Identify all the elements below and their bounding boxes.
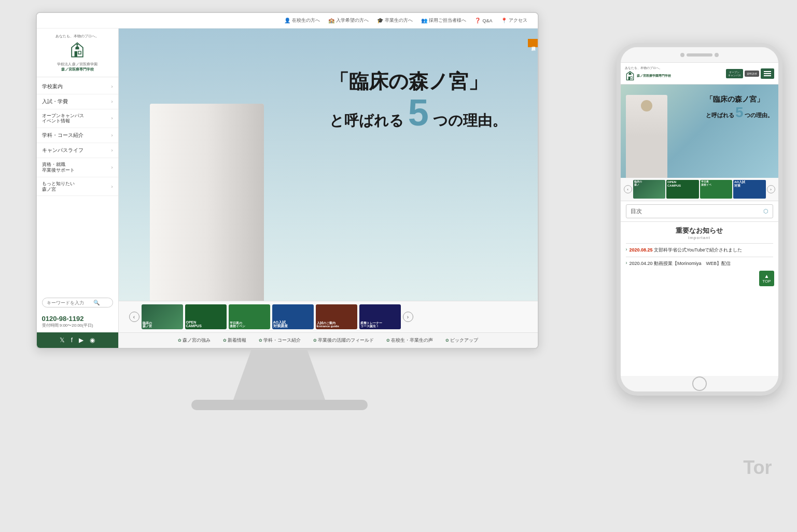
sidebar-item-campus-life[interactable]: キャンパスライフ › [37, 143, 118, 158]
top-arrow-icon: ▲ [762, 273, 771, 279]
mobile-important-section: 重要なお知らせ Important › 2020.08.25 文部科学省公式Yo… [621, 222, 778, 290]
thumb-item-guide[interactable]: 入試のご案内Entrance guide [316, 304, 357, 329]
hero-number: 5 [408, 92, 429, 133]
thumb-next-button[interactable]: › [403, 312, 413, 322]
tor-label: Tor [743, 457, 772, 479]
mobile-section-title: 重要なお知らせ Important [626, 226, 773, 240]
phone-camera-2 [715, 53, 719, 57]
bottom-nav-courses[interactable]: 学科・コース紹介 [259, 337, 301, 344]
mobile-hero-text: 「臨床の森ノ宮」 と呼ばれる 5 つの理由。 [706, 95, 773, 121]
youtube-icon[interactable]: ▶ [79, 337, 83, 344]
mobile-toc: 目次 ⬡ [621, 201, 778, 222]
site-content: 「臨床の森ノ宮」 と呼ばれる 5 つの理由。 資料請求 ‹ [119, 29, 538, 348]
mobile-resource-button[interactable]: 資料請求 [745, 71, 759, 77]
svg-point-1 [76, 44, 78, 46]
thumb-item-ao[interactable]: AO入試対策講座 [272, 304, 314, 329]
mobile-thumb-next[interactable]: › [767, 185, 775, 193]
news-arrow-icon-2: › [626, 260, 627, 265]
bottom-nav-strength[interactable]: 森ノ宮の強み [178, 337, 211, 344]
facebook-icon[interactable]: f [71, 337, 73, 344]
mobile-school-logo [625, 71, 635, 81]
mobile-top-button[interactable]: ▲ TOP [759, 271, 774, 286]
mobile-logo-area: あなたを、本物のプロへ。 森ノ宮医療学園専門学校 [625, 66, 671, 81]
mobile-hero-person [626, 95, 667, 178]
mobile-thumb-4[interactable]: AO入試対策 [733, 180, 766, 199]
mobile-site-header: あなたを、本物のプロへ。 森ノ宮医療学園専門学校 [621, 63, 778, 85]
mobile-open-campus-button[interactable]: オープンキャンパス [726, 69, 743, 78]
sidebar-menu: 学校案内 › 入試・学費 › オープンキャンパスイベント情報 › [37, 77, 118, 295]
thumb-item-evening[interactable]: 平日夜の楽校イベン [229, 304, 270, 329]
phone-bottom-bar [621, 376, 778, 391]
instagram-icon[interactable]: ◉ [90, 337, 95, 344]
sidebar-school-org: 学校法人 森ノ宮医療学園 [41, 62, 114, 67]
mobile-thumb-3[interactable]: 平日夜楽校イベ [700, 180, 733, 199]
mobile-thumb-1[interactable]: 臨床の森ノ [633, 180, 666, 199]
chevron-icon: › [111, 165, 113, 170]
mobile-thumb-prev[interactable]: ‹ [624, 185, 632, 193]
mobile-tagline: あなたを、本物のプロへ。 [625, 66, 671, 71]
mobile-hero-suffix: つの理由。 [745, 111, 773, 119]
main-area: あなたも、本物のプロへ。 [37, 29, 538, 348]
mobile-hero-title-row: と呼ばれる 5 つの理由。 [706, 104, 773, 121]
nav-item-prospective[interactable]: 🏫 入学希望の方へ [328, 17, 369, 24]
monitor-stand [233, 350, 326, 402]
bottom-nav-news[interactable]: 新着情報 [223, 337, 246, 344]
sidebar-item-more[interactable]: もっと知りたい森ノ宮 › [37, 177, 118, 197]
hero-title-line1: 「臨床の森ノ宮」 [329, 70, 507, 94]
mobile-logo-main: 森ノ宮医療学園専門学校 [625, 71, 671, 81]
search-input[interactable] [47, 300, 93, 305]
mobile-thumb-2[interactable]: OPENCAMPUS [666, 180, 699, 199]
phone-screen: あなたを、本物のプロへ。 森ノ宮医療学園専門学校 [621, 63, 778, 376]
site-bottom-nav: 森ノ宮の強み 新着情報 学科・コース紹介 卒業後の活躍のフィールド [119, 332, 538, 348]
bottom-nav-field[interactable]: 卒業後の活躍のフィールド [313, 337, 374, 344]
sidebar-item-career[interactable]: 資格・就職卒業後サポート › [37, 158, 118, 177]
chevron-icon: › [111, 84, 113, 89]
twitter-icon[interactable]: 𝕏 [60, 337, 65, 344]
recruiters-icon: 👥 [421, 18, 427, 23]
phone-camera [680, 53, 684, 57]
thumbnails-row: ‹ 臨床の森ノ宮 OPENCAMPUS 平日夜の楽校イベン A [119, 301, 538, 332]
mobile-news-text-1: 2020.08.25 文部科学省公式YouTubeで紹介されました [630, 247, 773, 254]
scene: 👤 在校生の方へ 🏫 入学希望の方へ 🎓 卒業生の方へ 👥 採用ご担当者様へ [15, 12, 782, 520]
chevron-icon: › [111, 116, 113, 121]
access-icon: 📍 [501, 18, 507, 23]
monitor-screen: 👤 在校生の方へ 🏫 入学希望の方へ 🎓 卒業生の方へ 👥 採用ご担当者様へ [36, 12, 539, 349]
news-date-highlight: 2020.08.25 [630, 247, 653, 253]
sidebar: あなたも、本物のプロへ。 [37, 29, 119, 348]
chevron-icon: › [111, 184, 113, 189]
hero-resource-tab[interactable]: 資料請求 [528, 39, 538, 47]
nav-item-students[interactable]: 👤 在校生の方へ [284, 17, 320, 24]
sidebar-item-courses[interactable]: 学科・コース紹介 › [37, 128, 118, 143]
bottom-nav-voices[interactable]: 在校生・卒業生の声 [386, 337, 433, 344]
sidebar-search[interactable]: 🔍 [42, 298, 113, 307]
search-icon: 🔍 [93, 300, 100, 305]
mobile-toc-select[interactable]: 目次 ⬡ [626, 204, 773, 218]
monitor-base [191, 400, 368, 410]
hero-text: 「臨床の森ノ宮」 と呼ばれる 5 つの理由。 [329, 70, 507, 131]
sidebar-social: 𝕏 f ▶ ◉ [37, 332, 118, 348]
mobile-hero-number: 5 [735, 104, 744, 121]
mobile-news-item-1[interactable]: › 2020.08.25 文部科学省公式YouTubeで紹介されました [626, 243, 773, 257]
hamburger-icon [764, 71, 771, 76]
nav-item-graduates[interactable]: 🎓 卒業生の方へ [377, 17, 413, 24]
nav-item-access[interactable]: 📍 アクセス [501, 17, 527, 24]
phone-home-button[interactable] [692, 376, 707, 391]
sidebar-item-school-info[interactable]: 学校案内 › [37, 79, 118, 94]
thumb-item-open-campus[interactable]: OPENCAMPUS [185, 304, 227, 329]
mobile-menu-button[interactable] [761, 68, 774, 79]
thumb-item-1[interactable]: 臨床の森ノ宮 [142, 304, 183, 329]
sidebar-tagline: あなたも、本物のプロへ。 [41, 34, 114, 39]
chevron-icon: › [111, 148, 113, 153]
sidebar-item-admission[interactable]: 入試・学費 › [37, 94, 118, 109]
mobile-section-main-title: 重要なお知らせ [626, 226, 773, 235]
bottom-nav-pickup[interactable]: ピックアップ [445, 337, 478, 344]
hero-area: 「臨床の森ノ宮」 と呼ばれる 5 つの理由。 資料請求 [119, 29, 538, 301]
graduates-icon: 🎓 [377, 18, 383, 23]
mobile-section-sub-title: Important [626, 235, 773, 240]
mobile-news-item-2[interactable]: › 2020.04.20 動画授業【Morinomiya WEB】配信 [626, 257, 773, 270]
sidebar-item-opencampus[interactable]: オープンキャンパスイベント情報 › [37, 109, 118, 129]
thumb-prev-button[interactable]: ‹ [129, 312, 139, 322]
thumb-item-trainer[interactable]: 柔整トレーナーコース誕生！ [359, 304, 401, 329]
nav-item-recruiters[interactable]: 👥 採用ご担当者様へ [421, 17, 466, 24]
nav-item-qa[interactable]: ❓ Q&A [474, 18, 492, 23]
